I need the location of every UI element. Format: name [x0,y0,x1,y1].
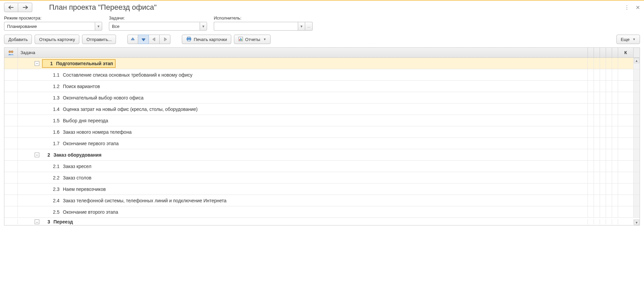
svg-rect-5 [240,38,241,41]
task-name: Окончательный выбор нового офиса [63,95,144,100]
nav-forward-button[interactable] [18,3,32,12]
task-row[interactable]: 2.1Заказ кресел [4,161,640,172]
svg-rect-4 [239,39,240,41]
task-row[interactable]: 2.5Окончание второго этапа [4,206,640,218]
executor-dropdown-button[interactable]: ▼ [298,22,305,31]
task-number: 2.4 [51,198,59,203]
task-number: 3 [42,219,50,224]
svg-rect-2 [188,40,190,41]
task-number: 1.3 [51,95,59,100]
viewmode-select[interactable]: Планирование ▼ [4,22,102,31]
chart-icon [238,37,243,42]
scroll-down-button[interactable]: ▼ [634,220,639,225]
executor-select[interactable]: ▼ … [214,22,313,31]
task-row[interactable]: 1.7Окончание первого этапа [4,138,640,149]
tasks-label: Задачи: [109,15,207,20]
arrow-down-button[interactable] [138,35,149,44]
task-row[interactable]: 2.4Заказ телефонной системы, телефонных … [4,195,640,206]
reports-button[interactable]: Отчеты ▼ [234,35,271,44]
send-button[interactable]: Отправить... [82,35,116,44]
task-name: Переезд [53,219,73,224]
svg-rect-6 [241,39,242,41]
task-group-row[interactable]: –1Подготовительный этап [4,58,640,69]
task-row[interactable]: 2.3Наем перевозчиков [4,183,640,195]
task-row[interactable]: 1.2Поиск вариантов [4,81,640,92]
task-name: Окончание первого этапа [63,141,119,146]
task-name: Заказ столов [63,175,91,180]
arrow-right-button[interactable] [160,35,170,44]
printer-icon [186,37,192,42]
task-number: 1.7 [51,141,59,146]
task-number: 1.6 [51,129,59,135]
header-task[interactable]: Задача [18,48,588,57]
svg-point-8 [11,51,13,53]
header-k[interactable]: К [618,48,634,57]
task-name: Заказ оборудования [53,152,102,158]
task-group-row[interactable]: –2Заказ оборудования [4,149,640,161]
task-number: 2.1 [51,164,59,169]
chevron-down-icon: ▼ [633,38,636,41]
task-number: 1.1 [51,72,59,78]
chevron-down-icon: ▼ [263,38,266,41]
scroll-up-button[interactable]: ▲ [634,58,639,63]
task-name: Наем перевозчиков [63,187,106,192]
task-name: Оценка затрат на новый офис (кресла, сто… [63,107,198,112]
nav-back-button[interactable] [4,3,18,12]
task-number: 2.3 [51,187,59,192]
task-row[interactable]: 1.6Заказ нового номера телефона [4,126,640,138]
viewmode-value[interactable]: Планирование [4,22,95,31]
tasks-value[interactable]: Все [109,22,200,31]
expander-button[interactable]: – [35,61,39,66]
header-users-icon[interactable] [4,48,18,57]
table-header: Задача К [4,48,640,58]
task-number: 1 [45,61,53,66]
task-name: Поиск вариантов [63,84,100,89]
task-table: Задача К ▲ ▼ –1Подготовительный этап1.1С… [4,47,640,225]
task-row[interactable]: 1.1Составление списка основных требовани… [4,69,640,81]
expander-button[interactable]: – [35,219,39,224]
tasks-dropdown-button[interactable]: ▼ [200,22,207,31]
task-number: 1.2 [51,84,59,89]
print-card-button[interactable]: Печать карточки [182,35,231,44]
task-row[interactable]: 1.4Оценка затрат на новый офис (кресла, … [4,104,640,115]
task-row[interactable]: 1.5Выбор дня переезда [4,115,640,126]
task-number: 1.4 [51,107,59,112]
task-number: 2.2 [51,175,59,180]
task-name: Подготовительный этап [56,61,113,66]
task-name: Выбор дня переезда [63,118,108,123]
svg-point-7 [9,51,11,53]
task-name: Заказ телефонной системы, телефонных лин… [63,198,227,203]
executor-pick-button[interactable]: … [305,22,313,31]
add-button[interactable]: Добавить [4,35,32,44]
executor-label: Исполнитель: [214,15,313,20]
executor-value[interactable] [214,22,298,31]
task-name: Составление списка основных требований к… [63,72,193,78]
task-number: 2 [42,152,50,158]
expander-button[interactable]: – [35,153,39,157]
viewmode-label: Режим просмотра: [4,15,102,20]
viewmode-dropdown-button[interactable]: ▼ [95,22,102,31]
arrow-left-button[interactable] [149,35,160,44]
task-number: 2.5 [51,209,59,215]
task-row[interactable]: 2.2Заказ столов [4,172,640,183]
page-title: План проекта "Переезд офиса" [49,3,624,12]
arrow-button-group [127,35,170,44]
task-name: Заказ нового номера телефона [63,129,131,135]
task-name: Окончание второго этапа [63,209,118,215]
task-number: 1.5 [51,118,59,123]
more-button[interactable]: Еще ▼ [616,35,640,44]
task-group-row[interactable]: –3Переезд [4,218,640,224]
task-name: Заказ кресел [63,164,91,169]
task-row[interactable]: 1.3Окончательный выбор нового офиса [4,92,640,104]
window-options-icon[interactable]: ⋮ [624,4,630,11]
tasks-select[interactable]: Все ▼ [109,22,207,31]
arrow-up-button[interactable] [127,35,138,44]
open-card-button[interactable]: Открыть карточку [35,35,79,44]
svg-rect-1 [188,37,190,38]
close-icon[interactable]: ✕ [636,4,640,11]
